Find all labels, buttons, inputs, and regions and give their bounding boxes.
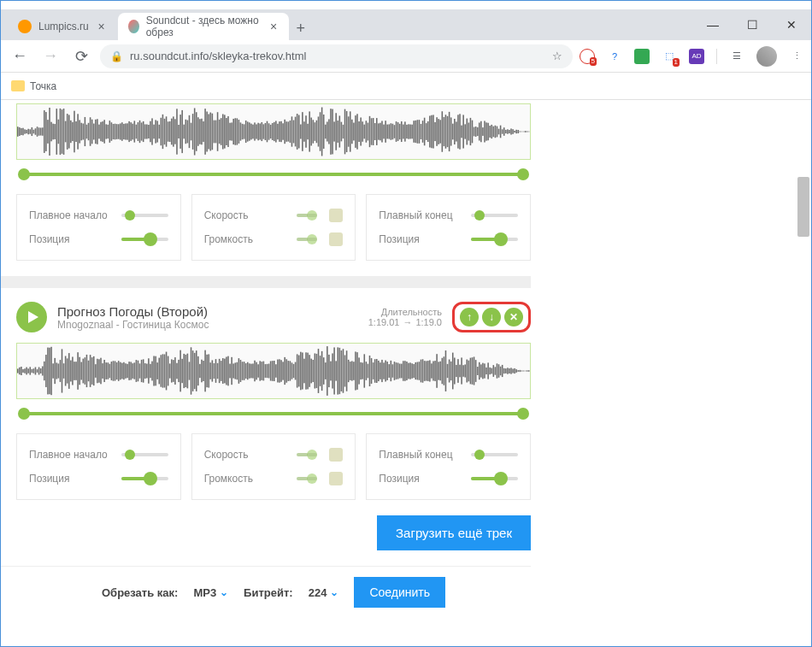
- svg-rect-83: [164, 119, 166, 144]
- trim-range-slider[interactable]: [16, 408, 531, 420]
- svg-rect-151: [284, 120, 285, 144]
- menu-icon[interactable]: ⋮: [789, 49, 804, 64]
- svg-rect-233: [429, 115, 431, 147]
- svg-rect-287: [525, 131, 527, 132]
- svg-rect-343: [111, 362, 113, 380]
- svg-rect-81: [161, 118, 162, 145]
- position-slider[interactable]: [121, 238, 168, 241]
- svg-rect-187: [348, 116, 350, 146]
- extension-icon[interactable]: 5: [580, 49, 595, 64]
- star-icon[interactable]: ☆: [552, 50, 562, 62]
- extension-icon[interactable]: ⬚1: [662, 49, 677, 64]
- svg-rect-148: [279, 121, 280, 142]
- svg-rect-149: [280, 121, 282, 142]
- extension-icon[interactable]: AD: [689, 49, 704, 64]
- address-bar[interactable]: 🔒 ru.soundcut.info/skleyka-trekov.html ☆: [100, 44, 573, 68]
- folder-icon: [11, 80, 25, 91]
- svg-rect-539: [457, 359, 459, 383]
- svg-rect-141: [267, 121, 268, 143]
- waveform[interactable]: [16, 103, 531, 160]
- fade-out-slider[interactable]: [471, 453, 518, 456]
- svg-rect-478: [350, 362, 351, 380]
- svg-rect-311: [54, 358, 56, 384]
- chevron-down-icon: ⌄: [330, 586, 338, 598]
- extension-icon[interactable]: ?: [607, 49, 622, 64]
- waveform[interactable]: [16, 343, 531, 399]
- new-tab-button[interactable]: +: [289, 16, 313, 40]
- svg-rect-31: [72, 122, 74, 141]
- range-handle-end[interactable]: [517, 168, 529, 180]
- svg-rect-450: [300, 352, 302, 391]
- svg-rect-255: [468, 122, 470, 140]
- svg-rect-123: [234, 118, 236, 144]
- svg-rect-142: [268, 123, 270, 139]
- close-icon[interactable]: ×: [96, 21, 108, 32]
- bitrate-dropdown[interactable]: 224⌄: [309, 586, 339, 599]
- reload-button[interactable]: ⟳: [69, 44, 93, 68]
- range-handle-start[interactable]: [18, 168, 30, 180]
- svg-rect-562: [498, 364, 500, 378]
- reading-list-icon[interactable]: ☰: [729, 49, 744, 64]
- svg-rect-162: [303, 121, 305, 142]
- position-slider[interactable]: [121, 477, 168, 480]
- svg-rect-22: [56, 109, 58, 155]
- svg-rect-111: [214, 121, 215, 144]
- svg-rect-79: [156, 121, 158, 142]
- range-handle-end[interactable]: [517, 408, 529, 420]
- format-dropdown[interactable]: MP3⌄: [193, 586, 228, 599]
- svg-rect-173: [323, 115, 325, 149]
- bookmark-item[interactable]: Точка: [30, 80, 56, 92]
- svg-rect-566: [505, 368, 507, 373]
- move-down-button[interactable]: ↓: [482, 308, 501, 326]
- upload-track-button[interactable]: Загрузить ещё трек: [377, 515, 531, 550]
- move-up-button[interactable]: ↑: [460, 308, 479, 326]
- speed-slider[interactable]: [297, 214, 318, 217]
- fade-in-slider[interactable]: [121, 453, 168, 456]
- svg-rect-324: [77, 352, 79, 390]
- back-button[interactable]: ←: [8, 44, 32, 68]
- svg-rect-314: [60, 360, 62, 382]
- fade-in-slider[interactable]: [121, 214, 168, 217]
- track-actions-highlighted: ↑ ↓ ✕: [452, 302, 531, 332]
- position-slider[interactable]: [471, 477, 518, 480]
- volume-slider[interactable]: [297, 238, 318, 241]
- range-handle-start[interactable]: [18, 408, 30, 420]
- volume-slider[interactable]: [297, 477, 318, 480]
- svg-rect-172: [321, 108, 323, 156]
- svg-rect-316: [63, 363, 65, 379]
- cut-as-label: Обрезать как:: [102, 586, 178, 599]
- tab-lumpics[interactable]: Lumpics.ru ×: [8, 13, 118, 40]
- svg-rect-160: [300, 124, 302, 138]
- minimize-button[interactable]: —: [693, 12, 733, 38]
- svg-rect-182: [339, 115, 341, 147]
- svg-rect-50: [105, 124, 107, 138]
- svg-rect-439: [280, 360, 282, 382]
- svg-rect-354: [130, 362, 132, 379]
- svg-rect-376: [169, 363, 171, 378]
- trim-range-slider[interactable]: [16, 168, 531, 180]
- svg-rect-381: [178, 360, 179, 382]
- extension-icon[interactable]: [634, 49, 650, 64]
- svg-rect-372: [162, 354, 164, 387]
- position-label: Позиция: [379, 473, 464, 485]
- position-slider[interactable]: [471, 238, 518, 241]
- forward-button[interactable]: →: [38, 44, 62, 68]
- svg-rect-248: [456, 121, 457, 141]
- tab-soundcut[interactable]: Soundcut - здесь можно обрез ×: [118, 13, 289, 40]
- svg-rect-189: [351, 120, 353, 144]
- close-icon[interactable]: ×: [268, 21, 278, 32]
- play-button[interactable]: [16, 302, 47, 332]
- maximize-button[interactable]: ☐: [733, 12, 772, 38]
- fade-out-slider[interactable]: [471, 214, 518, 217]
- svg-rect-265: [485, 122, 487, 140]
- svg-rect-477: [348, 360, 350, 382]
- speed-slider[interactable]: [297, 453, 318, 456]
- delete-button[interactable]: ✕: [504, 308, 523, 326]
- scrollbar[interactable]: [797, 177, 809, 237]
- join-button[interactable]: Соединить: [354, 577, 445, 608]
- svg-rect-153: [288, 121, 290, 141]
- profile-avatar[interactable]: [756, 46, 777, 67]
- svg-rect-74: [148, 125, 150, 138]
- close-button[interactable]: ✕: [772, 12, 811, 38]
- svg-rect-294: [24, 368, 26, 373]
